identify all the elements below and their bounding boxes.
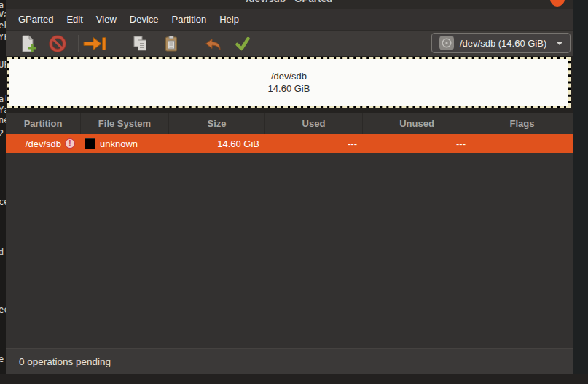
- filesystem-color-swatch: [85, 138, 95, 149]
- device-selector-label: /dev/sdb (14.60 GiB): [460, 38, 546, 49]
- gparted-window: /dev/sdb - GParted GParted Edit View Dev…: [6, 0, 573, 374]
- background-terminal-text: al: [0, 95, 6, 103]
- cell-flags: [471, 134, 573, 153]
- partition-name: /dev/sdb: [26, 138, 61, 149]
- delete-icon: [48, 34, 67, 53]
- statusbar: 0 operations pending: [6, 348, 573, 374]
- column-header-unused[interactable]: Unused: [363, 113, 471, 134]
- toolbar-separator: [192, 35, 192, 52]
- menu-partition[interactable]: Partition: [165, 9, 213, 30]
- copy-icon: [130, 34, 151, 53]
- close-button[interactable]: [550, 0, 565, 7]
- background-terminal-text: a: [0, 1, 4, 9]
- background-terminal-text: ec: [0, 305, 6, 314]
- column-header-partition[interactable]: Partition: [6, 113, 81, 134]
- disk-visual-device-label: /dev/sdb: [271, 70, 307, 82]
- partition-table-header: Partition File System Size Used Unused F…: [6, 113, 573, 134]
- column-header-used[interactable]: Used: [265, 113, 363, 134]
- background-terminal-text: Ya: [0, 106, 6, 114]
- desktop-background: [573, 0, 588, 374]
- resize-move-button[interactable]: [79, 31, 111, 55]
- paste-button[interactable]: [157, 31, 185, 55]
- new-partition-button[interactable]: [14, 31, 42, 55]
- menu-edit[interactable]: Edit: [60, 9, 89, 30]
- titlebar[interactable]: /dev/sdb - GParted: [6, 0, 573, 9]
- menu-help[interactable]: Help: [213, 9, 246, 30]
- apply-button[interactable]: [229, 31, 256, 55]
- menu-gparted[interactable]: GParted: [12, 9, 60, 30]
- cell-used: ---: [265, 134, 363, 153]
- background-terminal-text: 2: [0, 129, 4, 138]
- resize-move-icon: [82, 34, 107, 53]
- background-terminal-text: ek: [0, 21, 6, 30]
- background-terminal-text: UF: [0, 60, 6, 69]
- partition-row-selected[interactable]: /dev/sdb ! unknown 14.60 GiB --- ---: [6, 134, 573, 153]
- disk-visual-partition[interactable]: /dev/sdb 14.60 GiB: [9, 59, 568, 106]
- undo-icon: [203, 34, 224, 53]
- background-terminal-text: Va: [0, 10, 6, 19]
- background-terminal-text: e: [0, 355, 4, 364]
- cell-file-system: unknown: [81, 134, 169, 153]
- menu-device[interactable]: Device: [123, 9, 165, 30]
- column-header-file-system[interactable]: File System: [81, 113, 169, 134]
- cell-unused: ---: [363, 134, 471, 153]
- disk-visual-selection[interactable]: /dev/sdb 14.60 GiB: [7, 57, 571, 108]
- chevron-down-icon: [556, 42, 563, 45]
- warning-icon: !: [65, 138, 75, 149]
- statusbar-text: 0 operations pending: [19, 356, 111, 367]
- apply-icon: [233, 34, 252, 53]
- copy-button[interactable]: [127, 31, 154, 55]
- background-terminal-text: ce: [0, 197, 6, 206]
- paste-icon: [162, 34, 181, 53]
- background-terminal-text: d: [0, 248, 4, 256]
- device-selector[interactable]: /dev/sdb (14.60 GiB): [431, 33, 571, 53]
- background-terminal-text: ne: [0, 116, 6, 125]
- menubar: GParted Edit View Device Partition Help: [6, 9, 573, 31]
- background-terminal-strip: aVaekYFUFalYane2cedece: [0, 0, 6, 374]
- filesystem-name: unknown: [100, 138, 138, 149]
- cell-size: 14.60 GiB: [169, 134, 265, 153]
- undo-button[interactable]: [200, 31, 227, 55]
- menu-view[interactable]: View: [90, 9, 123, 30]
- column-header-size[interactable]: Size: [169, 113, 265, 134]
- disk-visual-panel: /dev/sdb 14.60 GiB: [6, 56, 573, 113]
- delete-partition-button[interactable]: [44, 31, 71, 55]
- disk-visual-size-label: 14.60 GiB: [268, 82, 310, 95]
- toolbar-separator: [119, 35, 119, 52]
- disk-icon: [439, 35, 455, 51]
- column-header-flags[interactable]: Flags: [471, 113, 573, 134]
- toolbar: /dev/sdb (14.60 GiB): [6, 31, 573, 56]
- cell-partition: /dev/sdb !: [6, 134, 81, 153]
- window-title: /dev/sdb - GParted: [6, 0, 573, 5]
- background-terminal-text: YF: [0, 33, 6, 42]
- new-partition-icon: [18, 34, 37, 53]
